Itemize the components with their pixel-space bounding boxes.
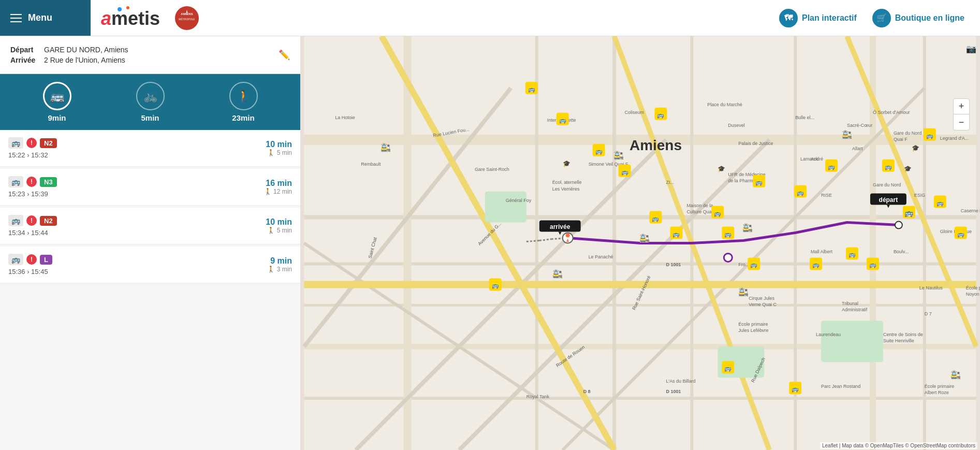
walk-time: 23min — [232, 113, 254, 122]
ametis-logo: ametis — [101, 5, 168, 31]
arrivee-value: 2 Rue de l'Union, Amiens — [44, 56, 125, 64]
transport-modes: 🚌 9min 🚲 5min 🚶 23min — [0, 74, 300, 130]
svg-text:Mall Albert: Mall Albert — [811, 249, 832, 254]
svg-text:🎓: 🎓 — [718, 165, 725, 172]
edit-button[interactable]: ✏️ — [279, 49, 290, 61]
svg-text:Rembault: Rembault — [361, 162, 381, 167]
svg-text:D 1001: D 1001 — [666, 389, 681, 394]
alert-badge-1: ! — [26, 177, 37, 187]
svg-text:Royal Tank: Royal Tank — [526, 394, 550, 399]
route-duration-3: 9 min — [267, 256, 292, 266]
map-icon: 🗺 — [779, 9, 798, 27]
svg-text:Général Foy: Général Foy — [506, 198, 532, 203]
route-duration-1: 16 min — [264, 179, 292, 188]
svg-text:🚌: 🚌 — [792, 385, 799, 393]
route-left-1: 🚌 ! N3 15:23 › 15:39 — [8, 176, 259, 198]
svg-text:André: André — [811, 156, 823, 162]
alert-badge-0: ! — [26, 138, 37, 148]
svg-text:🚉: 🚉 — [950, 370, 961, 380]
svg-text:Bulle el...: Bulle el... — [795, 115, 814, 120]
mode-bike[interactable]: 🚲 5min — [136, 82, 165, 122]
arrivee-label: Arrivée — [10, 56, 39, 64]
arrivee-row: Arrivée 2 Rue de l'Union, Amiens — [10, 55, 273, 65]
route-line-badge-2: N2 — [40, 216, 57, 226]
svg-text:Ô Sorbet d'Amour: Ô Sorbet d'Amour — [873, 110, 910, 115]
svg-point-103 — [724, 253, 732, 262]
svg-text:Quai F: Quai F — [894, 137, 908, 142]
zoom-in-button[interactable]: + — [954, 99, 969, 114]
boutique-link[interactable]: 🛒 Boutique en ligne — [872, 9, 964, 27]
header-right: 🗺 Plan interactif 🛒 Boutique en ligne — [779, 9, 980, 27]
alert-badge-3: ! — [26, 254, 37, 265]
mode-walk[interactable]: 🚶 23min — [229, 82, 258, 122]
svg-text:🚉: 🚉 — [639, 233, 650, 243]
svg-text:Noyon: Noyon — [966, 292, 979, 297]
svg-text:Cirque Jules: Cirque Jules — [749, 296, 774, 301]
depart-label: Départ — [10, 46, 39, 54]
alert-badge-2: ! — [26, 215, 37, 226]
svg-text:🚌: 🚌 — [869, 261, 876, 268]
svg-text:Gare du Nord: Gare du Nord — [894, 130, 922, 136]
svg-point-1 — [118, 7, 122, 11]
zoom-out-button[interactable]: − — [954, 114, 969, 130]
route-duration-0: 10 min — [266, 140, 292, 149]
main-content: Départ GARE DU NORD, Amiens Arrivée 2 Ru… — [0, 36, 980, 450]
svg-text:🚉: 🚉 — [742, 223, 753, 233]
svg-text:🎓: 🎓 — [912, 144, 919, 152]
svg-text:🚌: 🚌 — [926, 132, 933, 139]
bus-icon-3: 🚌 — [8, 254, 23, 265]
svg-text:École primaire: École primaire — [966, 285, 980, 291]
mode-bus[interactable]: 🚌 9min — [43, 82, 71, 122]
svg-text:Sacré-Cœur: Sacré-Cœur — [847, 123, 872, 128]
map-svg: Amiens Rue Lucien Fou... Rembault La Hot… — [300, 36, 980, 450]
svg-text:🚌: 🚌 — [595, 148, 603, 155]
svg-text:D 8: D 8 — [583, 389, 591, 394]
svg-text:🚌: 🚌 — [750, 261, 757, 268]
svg-text:Écol. aternelle: Écol. aternelle — [552, 180, 582, 185]
route-right-2: 10 min 🚶 5 min — [266, 217, 292, 234]
svg-text:Legrand d'A...: Legrand d'A... — [940, 136, 969, 141]
left-panel: Départ GARE DU NORD, Amiens Arrivée 2 Ru… — [0, 36, 300, 450]
svg-rect-30 — [821, 321, 883, 362]
bike-time: 5min — [141, 113, 159, 122]
route-times-0: 15:22 › 15:32 — [8, 151, 260, 159]
svg-text:Boulv...: Boulv... — [894, 249, 909, 254]
svg-text:La Hotoie: La Hotoie — [335, 115, 355, 120]
svg-text:🚌: 🚌 — [904, 209, 914, 217]
svg-text:MÉTROPOLE: MÉTROPOLE — [179, 18, 195, 21]
route-tags-0: 🚌 ! N2 — [8, 137, 260, 149]
svg-text:🚌: 🚌 — [657, 111, 664, 119]
svg-text:RISE: RISE — [821, 193, 832, 198]
metropole-logo: AMIENS MÉTROPOLE — [173, 5, 200, 32]
svg-text:Gare Saint-Roch: Gare Saint-Roch — [475, 167, 509, 172]
plan-interactif-link[interactable]: 🗺 Plan interactif — [779, 9, 857, 27]
route-item[interactable]: 🚌 ! L 15:36 › 15:45 9 min 🚶 3 min — [0, 246, 300, 283]
menu-label[interactable]: Menu — [28, 12, 52, 23]
bus-time: 9min — [48, 113, 66, 122]
svg-text:🚌: 🚌 — [714, 210, 721, 217]
route-item[interactable]: 🚌 ! N2 15:34 › 15:44 10 min 🚶 5 min — [0, 208, 300, 244]
journey-input: Départ GARE DU NORD, Amiens Arrivée 2 Ru… — [0, 36, 300, 74]
svg-text:🚉: 🚉 — [552, 269, 563, 279]
svg-text:🚌: 🚌 — [492, 282, 499, 289]
svg-text:ametis: ametis — [101, 8, 160, 29]
bus-icon-2: 🚌 — [8, 215, 23, 226]
route-line-badge-3: L — [40, 255, 52, 265]
svg-text:Le Panaché: Le Panaché — [589, 254, 613, 259]
route-tags-1: 🚌 ! N3 — [8, 176, 259, 187]
route-list: 🚌 ! N2 15:22 › 15:32 10 min 🚶 5 min 🚌 ! … — [0, 130, 300, 450]
svg-text:Verne Quai C: Verne Quai C — [749, 302, 777, 307]
route-item[interactable]: 🚌 ! N3 15:23 › 15:39 16 min 🚶 12 min — [0, 169, 300, 206]
svg-text:♟: ♟ — [566, 238, 569, 243]
svg-text:🚌: 🚌 — [528, 85, 535, 93]
svg-text:🚌: 🚌 — [559, 117, 566, 124]
svg-rect-31 — [485, 192, 526, 223]
svg-text:Administratif: Administratif — [842, 307, 868, 312]
route-line-badge-0: N2 — [40, 138, 57, 148]
menu-button[interactable] — [10, 14, 22, 22]
route-left-0: 🚌 ! N2 15:22 › 15:32 — [8, 137, 260, 159]
map-area: Amiens Rue Lucien Fou... Rembault La Hot… — [300, 36, 980, 450]
route-right-3: 9 min 🚶 3 min — [267, 256, 292, 273]
route-item[interactable]: 🚌 ! N2 15:22 › 15:32 10 min 🚶 5 min — [0, 130, 300, 167]
svg-text:🚉: 🚉 — [738, 287, 749, 297]
